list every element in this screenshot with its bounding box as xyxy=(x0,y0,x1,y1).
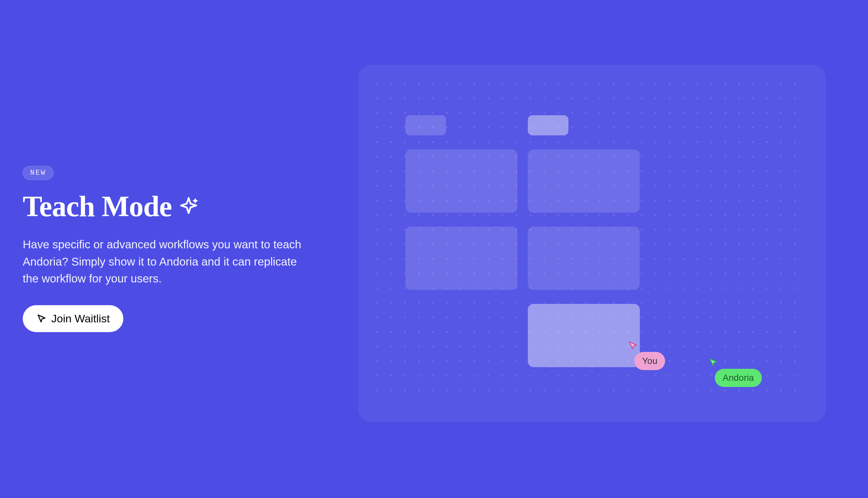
sparkle-icon xyxy=(178,195,201,218)
illustration-card: You Andoria xyxy=(358,65,826,422)
illustration-container: You Andoria xyxy=(358,65,826,422)
hero-section: NEW Teach Mode Have specific or advanced… xyxy=(0,166,391,332)
pointer-icon xyxy=(708,357,719,367)
illustration-card-highlighted xyxy=(528,304,640,367)
illustration-card-placeholder xyxy=(405,227,517,290)
pointer-icon xyxy=(628,340,638,351)
illustration-card-placeholder xyxy=(528,227,640,290)
illustration-tab-inactive xyxy=(405,115,446,135)
cursor-icon xyxy=(36,313,47,324)
title-row: Teach Mode xyxy=(23,189,378,223)
badge-label: NEW xyxy=(30,169,46,177)
cursor-andoria: Andoria xyxy=(715,357,762,387)
illustration-card-placeholder xyxy=(528,149,640,213)
hero-description: Have specific or advanced workflows you … xyxy=(23,236,302,287)
join-waitlist-button[interactable]: Join Waitlist xyxy=(23,305,123,332)
page-title: Teach Mode xyxy=(23,189,172,223)
cta-label: Join Waitlist xyxy=(51,312,110,325)
illustration-tab-active xyxy=(528,115,568,135)
illustration-card-placeholder xyxy=(405,149,517,213)
new-badge: NEW xyxy=(23,166,54,180)
cursor-you-label: You xyxy=(634,352,665,370)
cursor-you: You xyxy=(634,340,665,370)
cursor-andoria-label: Andoria xyxy=(715,369,762,387)
